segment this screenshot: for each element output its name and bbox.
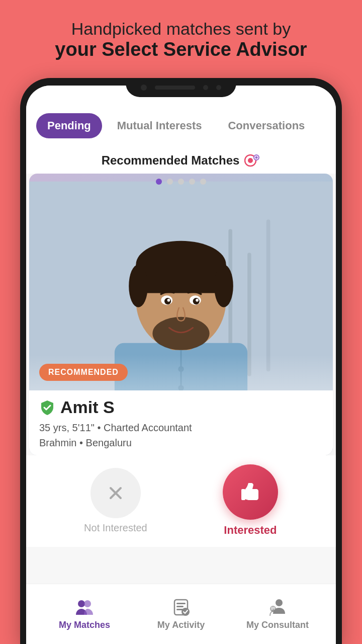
svg-point-34: [182, 608, 190, 616]
svg-rect-31: [176, 603, 186, 604]
my-activity-icon: [171, 598, 191, 617]
svg-rect-27: [241, 489, 245, 500]
svg-point-21: [196, 299, 199, 302]
svg-point-13: [129, 265, 148, 307]
reject-button[interactable]: [90, 468, 141, 518]
tab-mutual-interests[interactable]: Mutual Interests: [106, 113, 213, 138]
svg-point-20: [167, 299, 170, 302]
svg-rect-37: [271, 607, 275, 610]
dot-3[interactable]: [178, 179, 184, 185]
tab-pending[interactable]: Pending: [36, 113, 102, 138]
svg-point-28: [78, 600, 85, 607]
recommended-badge: RECOMMENDED: [39, 364, 128, 381]
filter-icon[interactable]: [244, 152, 260, 169]
bottom-nav: My Matches My Activity: [26, 584, 336, 644]
svg-point-35: [276, 599, 283, 606]
svg-rect-12: [136, 265, 226, 293]
header-section: Handpicked matches sent by your Select S…: [0, 0, 362, 70]
profile-name: Amit S: [60, 397, 115, 417]
dot-5[interactable]: [200, 179, 206, 185]
svg-point-15: [152, 317, 209, 350]
thumbsup-icon: [237, 479, 263, 505]
svg-rect-7: [266, 219, 270, 371]
profile-details: 35 yrs, 5'11" • Charted Accountant Brahm…: [39, 420, 323, 450]
profile-card: RECOMMENDED Amit S 35 yrs, 5'11" • Chart…: [29, 174, 333, 455]
accept-label: Interested: [224, 524, 277, 537]
svg-rect-32: [176, 606, 184, 607]
svg-point-29: [84, 600, 91, 607]
tab-conversations[interactable]: Conversations: [217, 113, 316, 138]
nav-my-activity[interactable]: My Activity: [133, 598, 229, 630]
notch-camera: [141, 85, 147, 91]
dot-4[interactable]: [189, 179, 195, 185]
notch-sensor2: [216, 85, 221, 90]
header-line1: Handpicked matches sent by: [30, 19, 332, 39]
section-title-row: Recommended Matches: [26, 144, 336, 174]
accept-btn-wrapper: Interested: [223, 464, 278, 537]
svg-point-3: [255, 156, 258, 159]
phone-frame: Pending Mutual Interests Conversations R…: [20, 78, 342, 644]
nav-my-matches[interactable]: My Matches: [36, 598, 133, 630]
svg-point-14: [214, 265, 233, 307]
nav-my-consultant[interactable]: My Consultant: [229, 598, 326, 630]
x-icon: [105, 482, 127, 504]
image-dots: [29, 174, 333, 188]
nav-my-consultant-label: My Consultant: [246, 620, 309, 630]
reject-label: Not Interested: [84, 522, 147, 534]
dot-2[interactable]: [167, 179, 173, 185]
my-matches-icon: [75, 598, 94, 617]
profile-name-row: Amit S: [39, 397, 323, 417]
accept-button[interactable]: [223, 464, 278, 520]
my-consultant-icon: [268, 598, 287, 617]
phone-screen: Pending Mutual Interests Conversations R…: [26, 86, 336, 644]
reject-btn-wrapper: Not Interested: [84, 468, 147, 534]
nav-my-activity-label: My Activity: [157, 620, 205, 630]
svg-point-1: [248, 158, 253, 163]
notch-sensor1: [203, 85, 208, 90]
dot-1[interactable]: [156, 179, 162, 185]
header-line2: your Select Service Advisor: [30, 39, 332, 60]
action-buttons-row: Not Interested Interested: [26, 455, 336, 547]
phone-notch: [126, 78, 236, 97]
verified-icon: [39, 399, 55, 416]
section-title-text: Recommended Matches: [102, 153, 240, 168]
notch-speaker: [155, 86, 195, 90]
nav-my-matches-label: My Matches: [59, 620, 110, 630]
profile-info: Amit S 35 yrs, 5'11" • Charted Accountan…: [29, 390, 333, 455]
